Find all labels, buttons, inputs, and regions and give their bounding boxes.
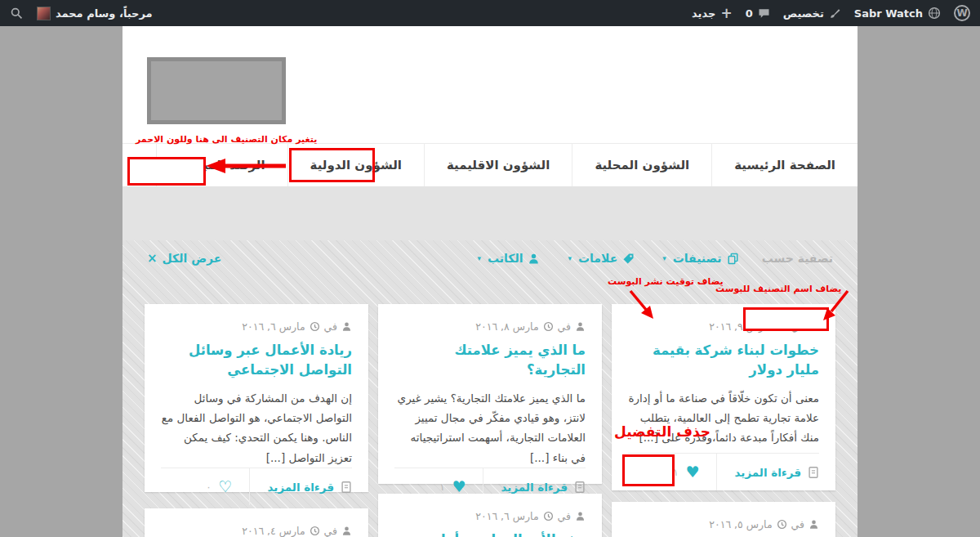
show-all-button[interactable]: عرض الكل × bbox=[147, 251, 221, 266]
customize-menu[interactable]: تخصيص bbox=[783, 7, 841, 20]
post-date: مارس ٨, ٢٠١٦ bbox=[475, 320, 538, 333]
content-area: تصفية حسب تصنيفات ▾ علامات ▾ bbox=[122, 186, 858, 537]
posts-column-middle: في مارس ٨, ٢٠١٦ ما الذي يميز علامتك التج… bbox=[378, 304, 602, 537]
post-card: في مارس ٥, ٢٠١٦ bbox=[612, 502, 835, 537]
like-count: ١ bbox=[439, 481, 444, 493]
admin-bar-right-group: W Sabr Watch تخصيص 0 + جديد bbox=[692, 5, 970, 21]
heart-filled-icon: ♥ bbox=[452, 479, 466, 494]
tag-icon bbox=[622, 253, 635, 265]
nav-item-regional-affairs[interactable]: الشؤون الاقليمية bbox=[424, 144, 572, 186]
filter-categories-dropdown[interactable]: تصنيفات ▾ bbox=[662, 252, 738, 265]
search-icon[interactable] bbox=[10, 7, 24, 20]
new-content-menu[interactable]: + جديد bbox=[692, 7, 733, 20]
meta-in-label: في bbox=[558, 320, 571, 333]
my-account-menu[interactable]: مرحباً، وسام محمد bbox=[37, 7, 153, 20]
new-label: جديد bbox=[692, 7, 715, 20]
post-date: مارس ٩, ٢٠١٦ bbox=[709, 320, 772, 333]
post-title[interactable]: ما الذي يميز علامتك التجارية؟ bbox=[394, 341, 586, 380]
site-container: الصفحة الرئيسية الشؤون المحلية الشؤون ال… bbox=[122, 26, 858, 537]
like-button[interactable]: ♡ ٠ bbox=[206, 468, 249, 505]
document-icon bbox=[574, 481, 586, 494]
post-meta: في مارس ٤, ٢٠١٦ bbox=[161, 525, 352, 537]
filter-by-label: تصفية حسب bbox=[762, 252, 833, 265]
document-icon bbox=[341, 481, 352, 494]
nav-item-home[interactable]: الصفحة الرئيسية bbox=[711, 144, 858, 186]
chevron-down-icon: ▾ bbox=[568, 254, 572, 262]
nav-item-local-affairs[interactable]: الشؤون المحلية bbox=[572, 144, 711, 186]
filter-tags-dropdown[interactable]: علامات ▾ bbox=[568, 252, 635, 265]
post-meta: في مارس ٩, ٢٠١٦ bbox=[628, 320, 819, 333]
like-count: ٠ bbox=[206, 481, 211, 493]
post-excerpt: ما الذي يميز علامتك التجارية؟ يشير غيري … bbox=[394, 388, 586, 468]
post-meta: في مارس ٨, ٢٠١٦ bbox=[394, 320, 586, 333]
post-date: مارس ٥, ٢٠١٦ bbox=[709, 518, 772, 530]
post-meta: في مارس ٦, ٢٠١٦ bbox=[161, 320, 352, 333]
clock-icon bbox=[777, 321, 787, 332]
chevron-down-icon: ▾ bbox=[662, 254, 666, 262]
heart-outline-icon: ♡ bbox=[219, 479, 233, 494]
post-meta: في مارس ٥, ٢٠١٦ bbox=[628, 518, 819, 530]
site-logo-placeholder[interactable] bbox=[147, 57, 286, 124]
post-card: في مارس ٤, ٢٠١٦ bbox=[145, 508, 368, 537]
post-meta: في مارس ٦, ٢٠١٦ bbox=[394, 510, 586, 522]
person-icon bbox=[575, 511, 586, 521]
read-more-link[interactable]: قرءاة المزيد bbox=[716, 454, 819, 490]
tags-label: علامات bbox=[578, 252, 617, 265]
filter-bar: تصفية حسب تصنيفات ▾ علامات ▾ bbox=[122, 240, 858, 276]
clock-icon bbox=[310, 526, 320, 536]
paintbrush-icon bbox=[829, 7, 841, 20]
wp-admin-bar: W Sabr Watch تخصيص 0 + جديد bbox=[0, 0, 980, 26]
person-icon bbox=[808, 321, 819, 332]
site-name-menu[interactable]: Sabr Watch bbox=[854, 7, 941, 20]
avatar bbox=[37, 7, 51, 20]
heart-filled-icon: ♥ bbox=[686, 464, 700, 480]
like-button[interactable]: ♥ ١ bbox=[673, 454, 716, 490]
striped-section: تصفية حسب تصنيفات ▾ علامات ▾ bbox=[122, 240, 858, 537]
meta-in-label: في bbox=[791, 518, 804, 530]
posts-column-right: في مارس ٩, ٢٠١٦ خطوات لبناء شركة بقيمة م… bbox=[612, 304, 835, 537]
post-footer: قرءاة المزيد ♥ ١ bbox=[628, 453, 819, 490]
comments-count: 0 bbox=[746, 7, 753, 20]
meta-in-label: في bbox=[558, 510, 571, 522]
posts-column-left: في مارس ٦, ٢٠١٦ ريادة الأعمال عبر وسائل … bbox=[145, 304, 368, 537]
meta-in-label: في bbox=[324, 525, 337, 537]
clock-icon bbox=[543, 321, 554, 332]
post-title[interactable]: ريادة الأعمال عبر وسائل التواصل الاجتماع… bbox=[161, 341, 352, 380]
person-icon bbox=[808, 519, 819, 530]
wordpress-logo-icon[interactable]: W bbox=[954, 5, 970, 21]
read-more-label: قرءاة المزيد bbox=[268, 481, 334, 494]
site-name-label: Sabr Watch bbox=[854, 7, 923, 20]
post-date: مارس ٦, ٢٠١٦ bbox=[475, 510, 538, 522]
meta-in-label: في bbox=[791, 320, 804, 333]
comment-bubble-icon bbox=[758, 7, 770, 20]
pages-icon bbox=[727, 253, 739, 265]
post-title[interactable]: خطوات لبناء شركة بقيمة مليار دولار bbox=[628, 341, 819, 380]
post-footer: قرءاة المزيد ♡ ٠ bbox=[161, 468, 352, 505]
post-card: في مارس ٦, ٢٠١٦ ريادة الأعمال عبر وسائل … bbox=[145, 304, 368, 492]
show-all-label: عرض الكل bbox=[163, 252, 222, 265]
spacer bbox=[122, 186, 858, 240]
clock-icon bbox=[777, 519, 787, 530]
like-count: ١ bbox=[673, 467, 678, 478]
post-title[interactable]: هذه الأعمال ناجحة أمام الاشتراكات bbox=[394, 530, 586, 537]
post-card: في مارس ٨, ٢٠١٦ ما الذي يميز علامتك التج… bbox=[378, 304, 602, 484]
comments-menu[interactable]: 0 bbox=[746, 7, 770, 20]
post-card: في مارس ٦, ٢٠١٦ هذه الأعمال ناجحة أمام ا… bbox=[378, 494, 602, 537]
clock-icon bbox=[310, 321, 320, 332]
nav-item-live-monitoring[interactable]: الرصد المباشر bbox=[156, 144, 287, 186]
main-navigation: الصفحة الرئيسية الشؤون المحلية الشؤون ال… bbox=[122, 143, 858, 186]
post-card: في مارس ٩, ٢٠١٦ خطوات لبناء شركة بقيمة م… bbox=[612, 304, 835, 490]
globe-icon bbox=[928, 7, 941, 20]
admin-bar-left-group: مرحباً، وسام محمد bbox=[10, 7, 153, 20]
person-icon bbox=[341, 321, 352, 332]
plus-icon: + bbox=[720, 7, 732, 20]
close-icon: × bbox=[147, 251, 158, 266]
person-icon bbox=[575, 321, 586, 332]
posts-grid: في مارس ٩, ٢٠١٦ خطوات لبناء شركة بقيمة م… bbox=[122, 304, 858, 537]
read-more-link[interactable]: قرءاة المزيد bbox=[249, 468, 352, 505]
post-excerpt: إن الهدف من المشاركة في وسائل التواصل ال… bbox=[161, 388, 352, 468]
read-more-label: قرءاة المزيد bbox=[735, 466, 801, 479]
read-more-label: قرءاة المزيد bbox=[501, 481, 568, 494]
nav-item-international-affairs[interactable]: الشؤون الدولية bbox=[287, 144, 424, 186]
filter-author-dropdown[interactable]: الكاتب ▾ bbox=[477, 252, 540, 265]
